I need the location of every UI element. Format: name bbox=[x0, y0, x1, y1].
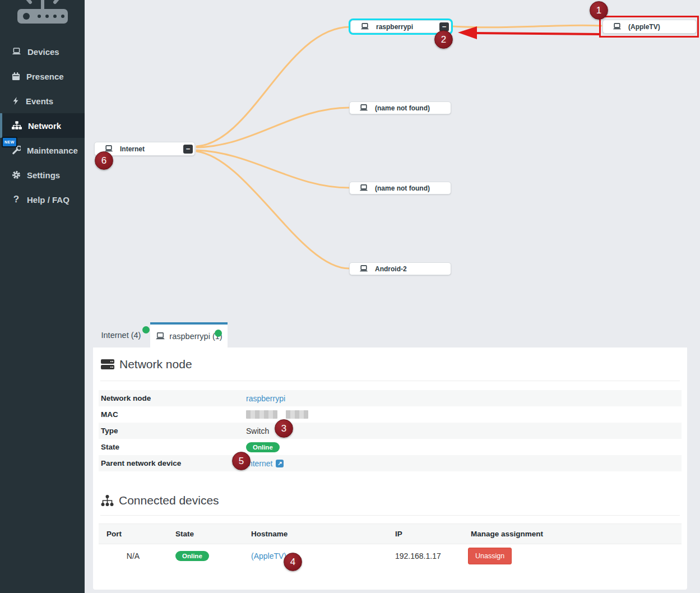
col-header: State bbox=[168, 530, 243, 538]
laptop-icon bbox=[613, 23, 622, 30]
mac-redacted-value bbox=[286, 410, 308, 419]
new-badge: NEW bbox=[2, 137, 17, 147]
detail-tabbar: Internet (4) raspberrypi (1) bbox=[85, 322, 700, 348]
connected-devices-heading: Connected devices bbox=[101, 494, 687, 507]
gear-icon bbox=[12, 170, 21, 179]
table-row: Parent network device Internet ↗ bbox=[99, 455, 682, 471]
bolt-icon bbox=[12, 96, 20, 105]
network-node-heading: Network node bbox=[101, 358, 687, 371]
table-header-row: Port State Hostname IP Manage assignment bbox=[99, 523, 682, 544]
annotation-marker-3: 3 bbox=[275, 419, 293, 438]
sitemap-icon bbox=[101, 495, 114, 507]
port-value: N/A bbox=[99, 552, 168, 560]
connected-devices-section: Connected devices Port State Hostname IP… bbox=[93, 494, 687, 568]
section-title: Network node bbox=[119, 358, 192, 371]
unassign-button[interactable]: Unassign bbox=[468, 548, 512, 564]
col-header: Hostname bbox=[243, 530, 387, 538]
table-row: State Online bbox=[99, 439, 682, 455]
table-row: N/A Online (AppleTV) 192.168.1.17 Unassi… bbox=[99, 544, 682, 568]
divider bbox=[100, 515, 680, 516]
section-title: Connected devices bbox=[119, 494, 219, 507]
router-logo-icon bbox=[8, 0, 77, 27]
sidebar-item-label: Presence bbox=[26, 72, 64, 81]
server-icon bbox=[101, 359, 114, 370]
node-label: Internet bbox=[120, 145, 145, 153]
laptop-icon bbox=[359, 265, 368, 272]
online-dot bbox=[142, 326, 150, 333]
annotation-marker-5: 5 bbox=[232, 452, 251, 470]
sidebar-item-events[interactable]: Events bbox=[0, 89, 85, 113]
sitemap-icon bbox=[12, 121, 22, 130]
table-row: MAC bbox=[99, 406, 682, 423]
main-content: Internet − raspberrypi − (AppleTV) bbox=[85, 0, 700, 593]
divider bbox=[100, 381, 680, 381]
mac-redacted-value bbox=[246, 410, 277, 419]
annotation-marker-6: 6 bbox=[95, 151, 113, 170]
node-label: (name not found) bbox=[375, 104, 430, 112]
sidebar-item-help[interactable]: ? Help / FAQ bbox=[0, 187, 85, 212]
sidebar-item-label: Network bbox=[28, 121, 61, 131]
node-unknown-2[interactable]: (name not found) bbox=[349, 182, 451, 194]
online-dot bbox=[215, 330, 222, 337]
network-node-link[interactable]: raspberrypi bbox=[246, 394, 285, 403]
tab-internet[interactable]: Internet (4) bbox=[95, 322, 147, 348]
external-link-icon[interactable]: ↗ bbox=[276, 460, 284, 467]
app-window: Devices Presence Events bbox=[0, 0, 700, 593]
table-row: Network node raspberrypi bbox=[99, 390, 682, 406]
tab-label: Internet (4) bbox=[101, 331, 141, 340]
node-label: (name not found) bbox=[375, 184, 430, 192]
node-raspberrypi[interactable]: raspberrypi − bbox=[350, 20, 451, 33]
question-icon: ? bbox=[12, 194, 21, 205]
node-label: Android-2 bbox=[375, 265, 407, 273]
calendar-icon bbox=[12, 72, 20, 81]
network-node-table: Network node raspberrypi MAC Type Switch… bbox=[99, 390, 682, 471]
node-unknown-1[interactable]: (name not found) bbox=[349, 101, 451, 114]
node-appletv[interactable]: (AppleTV) bbox=[602, 20, 697, 34]
connected-devices-table: Port State Hostname IP Manage assignment… bbox=[99, 523, 682, 568]
sidebar-item-label: Maintenance bbox=[27, 146, 78, 155]
col-header: Manage assignment bbox=[463, 530, 682, 538]
type-value: Switch bbox=[246, 427, 682, 436]
ip-value: 192.168.1.17 bbox=[387, 552, 463, 560]
annotation-marker-4: 4 bbox=[284, 553, 302, 571]
sidebar-item-network[interactable]: Network bbox=[0, 113, 85, 138]
sidebar-item-presence[interactable]: Presence bbox=[0, 64, 85, 89]
annotation-red-box: (AppleTV) bbox=[599, 16, 699, 38]
sidebar-item-label: Devices bbox=[27, 47, 59, 57]
node-detail-panel: Network node Network node raspberrypi MA… bbox=[93, 348, 687, 590]
col-header: Port bbox=[99, 530, 168, 538]
laptop-icon bbox=[359, 104, 368, 112]
network-topology-map[interactable]: Internet − raspberrypi − (AppleTV) bbox=[85, 0, 700, 322]
sidebar: Devices Presence Events bbox=[0, 0, 85, 593]
laptop-icon bbox=[155, 332, 165, 340]
laptop-icon bbox=[12, 48, 21, 55]
col-header: IP bbox=[387, 530, 463, 538]
laptop-icon bbox=[360, 23, 369, 30]
table-row: Type Switch bbox=[99, 423, 682, 439]
sidebar-item-settings[interactable]: Settings bbox=[0, 163, 85, 187]
node-label: (AppleTV) bbox=[628, 23, 660, 31]
laptop-icon bbox=[359, 184, 368, 192]
annotation-marker-2: 2 bbox=[434, 30, 453, 49]
annotation-marker-1: 1 bbox=[590, 1, 608, 20]
sidebar-nav: Devices Presence Events bbox=[0, 39, 85, 212]
sidebar-item-label: Help / FAQ bbox=[27, 195, 69, 205]
hostname-link[interactable]: (AppleTV) bbox=[251, 552, 286, 560]
node-android-2[interactable]: Android-2 bbox=[349, 262, 451, 275]
node-label: raspberrypi bbox=[376, 23, 413, 31]
status-badge: Online bbox=[175, 551, 209, 561]
sidebar-item-label: Events bbox=[26, 96, 53, 106]
collapse-button[interactable]: − bbox=[183, 145, 193, 154]
tab-raspberrypi[interactable]: raspberrypi (1) bbox=[150, 322, 228, 348]
status-badge: Online bbox=[246, 442, 280, 452]
sidebar-item-devices[interactable]: Devices bbox=[0, 39, 85, 64]
sidebar-item-label: Settings bbox=[27, 170, 60, 180]
